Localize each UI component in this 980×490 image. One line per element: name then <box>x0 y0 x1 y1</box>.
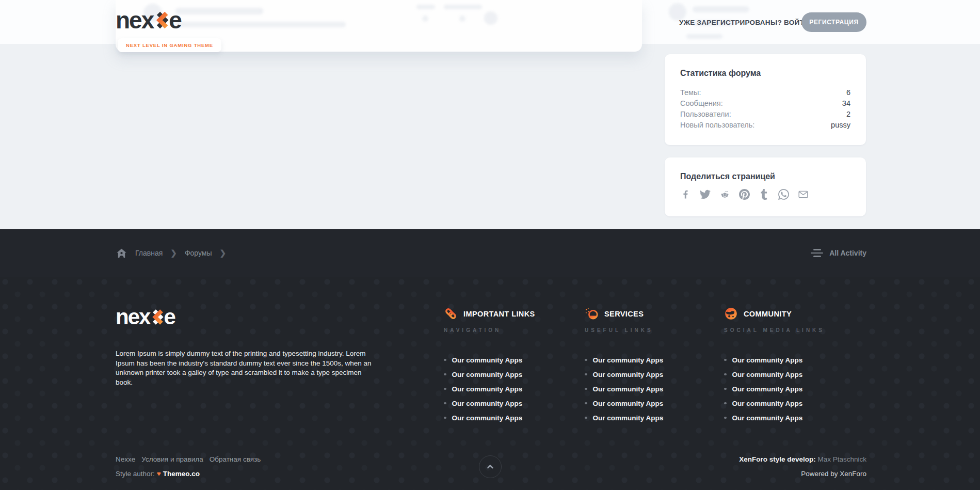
footer-link-label: Our community Apps <box>732 371 803 378</box>
home-icon[interactable] <box>116 247 127 259</box>
develop-label: XenForo style develop: <box>739 455 816 463</box>
chevron-up-icon <box>485 462 495 472</box>
stats-title: Статистика форума <box>680 69 850 78</box>
meteor-icon <box>585 307 599 321</box>
powered-by-link[interactable]: Powered by XenForo <box>801 470 866 478</box>
heart-icon: ♥ <box>157 470 161 478</box>
whatsapp-icon[interactable] <box>778 189 789 200</box>
develop-author-link[interactable]: Max Ptaschnick <box>817 455 866 463</box>
bullet-icon <box>724 388 727 390</box>
footer-link-terms[interactable]: Условия и правила <box>141 455 203 463</box>
footer-links-list: Our community Apps Our community Apps Ou… <box>444 353 586 425</box>
chevron-right-icon: ❯ <box>170 248 177 258</box>
faded-column-label <box>416 5 435 9</box>
globe-icon <box>724 307 738 321</box>
register-button[interactable]: РЕГИСТРАЦИЯ <box>801 12 866 32</box>
site-footer: nex e Lorem Ipsum is simply dummy text o… <box>0 277 980 490</box>
footer-column-community: COMMUNITY SOCIAL MEDIA LINKS Our communi… <box>724 307 866 425</box>
footer-link-label: Our community Apps <box>593 400 664 407</box>
faded-mini-avatar <box>484 11 497 25</box>
footer-bottom-links: Nexxe Условия и правила Обратная связь <box>116 455 261 463</box>
bullet-icon <box>724 417 727 419</box>
login-label: УЖЕ ЗАРЕГИСТРИРОВАНЫ? ВОЙТИ <box>679 19 809 26</box>
bullet-icon <box>444 388 446 390</box>
faded-column-label <box>444 5 482 9</box>
style-author-label: Style author: <box>116 470 155 478</box>
bullet-icon <box>585 402 587 405</box>
stat-row: Новый пользователь: pussy <box>680 120 850 131</box>
footer-column-title: IMPORTANT LINKS <box>463 310 535 318</box>
footer-link[interactable]: Our community Apps <box>724 382 866 396</box>
footer-link[interactable]: Our community Apps <box>585 367 727 382</box>
footer-link[interactable]: Our community Apps <box>585 396 727 410</box>
share-page-card: Поделиться страницей <box>665 157 866 216</box>
login-link[interactable]: УЖЕ ЗАРЕГИСТРИРОВАНЫ? ВОЙТИ▾ <box>679 19 814 26</box>
logo-tagline: NEXT LEVEL IN GAMING THEME <box>118 38 221 52</box>
facebook-icon[interactable] <box>680 189 691 200</box>
stat-value: 34 <box>842 98 850 109</box>
footer-link-contact[interactable]: Обратная связь <box>210 455 261 463</box>
all-activity-link[interactable]: All Activity <box>811 249 866 257</box>
stat-value[interactable]: pussy <box>831 120 850 131</box>
footer-link[interactable]: Our community Apps <box>724 353 866 367</box>
footer-link[interactable]: Our community Apps <box>444 410 586 425</box>
footer-link[interactable]: Our community Apps <box>724 396 866 410</box>
logo-text-post: e <box>169 6 181 34</box>
breadcrumb-home[interactable]: Главная <box>135 249 163 257</box>
footer-link[interactable]: Our community Apps <box>444 396 586 410</box>
footer-link[interactable]: Our community Apps <box>724 367 866 382</box>
footer-link-label: Our community Apps <box>732 400 803 407</box>
footer-link-label: Our community Apps <box>452 414 523 422</box>
bullet-icon <box>585 417 587 419</box>
footer-column-important-links: IMPORTANT LINKS NAVIGATION Our community… <box>444 307 586 425</box>
stat-value: 6 <box>846 87 850 98</box>
faded-thread-title <box>175 8 263 14</box>
bullet-icon <box>444 373 446 376</box>
share-icons <box>680 189 850 200</box>
logo-text-post: e <box>164 305 174 329</box>
stat-row: Темы: 6 <box>680 87 850 98</box>
stat-label: Сообщения: <box>680 98 723 109</box>
scroll-to-top-button[interactable] <box>479 455 502 478</box>
footer-link[interactable]: Our community Apps <box>724 410 866 425</box>
activity-list-icon <box>811 249 823 257</box>
footer-links-list: Our community Apps Our community Apps Ou… <box>724 353 866 425</box>
bullet-icon <box>444 402 446 405</box>
footer-link[interactable]: Our community Apps <box>585 382 727 396</box>
bullet-icon <box>585 359 587 361</box>
reddit-icon[interactable] <box>719 189 730 200</box>
stat-row: Пользователи: 2 <box>680 109 850 120</box>
footer-link-nexxe[interactable]: Nexxe <box>116 455 135 463</box>
develop-credit-line: XenForo style develop: Max Ptaschnick <box>739 455 866 463</box>
pinterest-icon[interactable] <box>739 189 750 200</box>
footer-logo[interactable]: nex e <box>116 305 175 329</box>
faded-thread-subtext <box>175 22 346 27</box>
twitter-icon[interactable] <box>700 189 711 200</box>
footer-column-services: SERVICES USEFUL LINKS Our community Apps… <box>585 307 727 425</box>
footer-link[interactable]: Our community Apps <box>444 353 586 367</box>
footer-link-label: Our community Apps <box>452 400 523 407</box>
breadcrumb: Главная ❯ Форумы ❯ <box>116 247 226 259</box>
page: nex e NEXT LEVEL IN GAMING THEME УЖЕ ЗАР… <box>0 0 980 490</box>
footer-link[interactable]: Our community Apps <box>444 382 586 396</box>
style-author-link[interactable]: Themeo.co <box>163 470 200 478</box>
email-icon[interactable] <box>798 189 809 200</box>
faded-sidebar-line <box>686 34 722 39</box>
footer-link-label: Our community Apps <box>593 385 664 393</box>
forum-stats-card: Статистика форума Темы: 6 Сообщения: 34 … <box>665 54 866 145</box>
stat-row: Сообщения: 34 <box>680 98 850 109</box>
stat-label: Темы: <box>680 87 701 98</box>
footer-link[interactable]: Our community Apps <box>585 410 727 425</box>
footer-column-subtitle: USEFUL LINKS <box>585 327 727 333</box>
bullet-icon <box>444 359 446 361</box>
breadcrumb-forums[interactable]: Форумы <box>185 249 212 257</box>
footer-link[interactable]: Our community Apps <box>585 353 727 367</box>
footer-link-label: Our community Apps <box>593 371 664 378</box>
logo-x-icon <box>148 306 165 328</box>
footer-link[interactable]: Our community Apps <box>444 367 586 382</box>
link-icon <box>444 307 458 321</box>
tumblr-icon[interactable] <box>759 189 769 200</box>
footer-link-label: Our community Apps <box>732 414 803 422</box>
faded-count <box>459 15 465 22</box>
site-logo[interactable]: nex e <box>116 6 181 34</box>
